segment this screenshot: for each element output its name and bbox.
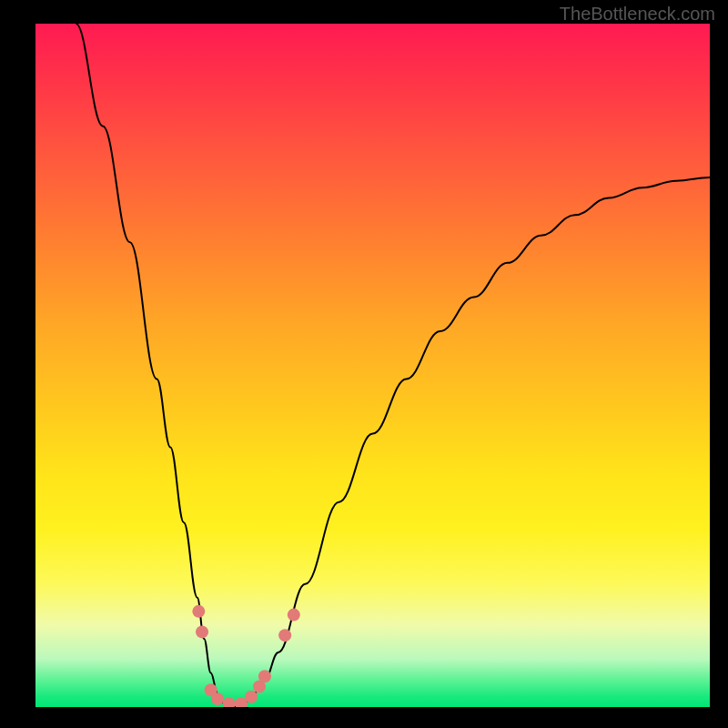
gradient-plot-area	[35, 24, 710, 707]
watermark-text: TheBottleneck.com	[560, 4, 715, 25]
